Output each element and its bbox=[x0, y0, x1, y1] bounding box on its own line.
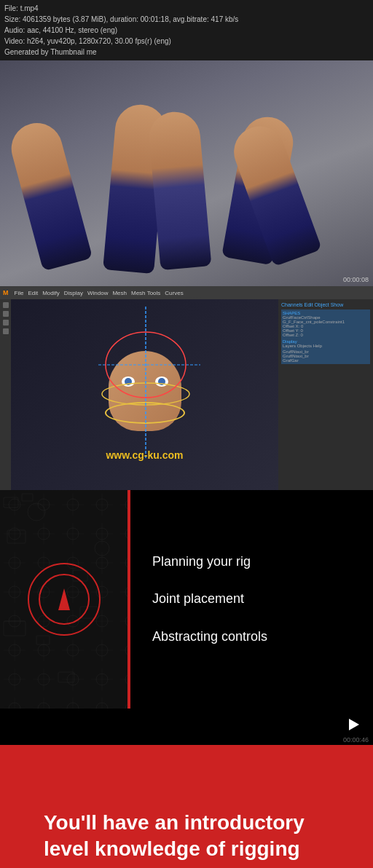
bullet-item-2: Joint placement bbox=[152, 591, 358, 607]
video-corner-label: 00:00:08 bbox=[343, 276, 369, 283]
rig-circle bbox=[105, 402, 185, 424]
top-video-frame: 00:00:08 bbox=[0, 60, 373, 286]
face-eye-left bbox=[122, 376, 135, 387]
face-pupil-right bbox=[158, 378, 165, 385]
maya-menu-mesh: Mesh bbox=[112, 290, 127, 296]
file-line-4: Video: h264, yuv420p, 1280x720, 30.00 fp… bbox=[4, 36, 369, 47]
maya-menu-edit: Edit bbox=[28, 290, 38, 296]
compass-nib bbox=[58, 588, 70, 610]
compass-icon bbox=[28, 563, 101, 636]
play-triangle-icon bbox=[349, 719, 359, 730]
face-eye-right bbox=[155, 376, 168, 387]
bullet-item-3: Abstracting controls bbox=[152, 629, 358, 645]
play-button-1[interactable] bbox=[339, 711, 366, 738]
maya-right-panel: Channels Edit Object Show SHAPES GrufFac… bbox=[278, 299, 373, 490]
character-3 bbox=[147, 110, 211, 270]
panel-dot-1 bbox=[3, 302, 9, 308]
bullet-item-1: Planning your rig bbox=[152, 554, 358, 570]
maya-menu-bar: File Edit Modify Display Window Mesh Mes… bbox=[15, 290, 184, 296]
bullet-left-panel bbox=[0, 490, 127, 709]
maya-menu-curves: Curves bbox=[165, 290, 183, 296]
maya-menu-window: Window bbox=[87, 290, 108, 296]
panel-dot-3 bbox=[3, 320, 9, 326]
characters-area bbox=[0, 60, 373, 286]
maya-left-panel bbox=[0, 299, 11, 490]
maya-face-rig bbox=[101, 344, 189, 446]
bullet-right-panel: Planning your rig Joint placement Abstra… bbox=[130, 490, 373, 709]
bottom-headline: You'll have an introductory level knowle… bbox=[44, 810, 351, 863]
maya-menu-display: Display bbox=[64, 290, 83, 296]
video-controls-bar: 00:00:46 bbox=[0, 709, 373, 745]
maya-menu-mesh-tools: Mesh Tools bbox=[131, 290, 160, 296]
file-line-1: File: t.mp4 bbox=[4, 3, 369, 14]
channels-label: Channels Edit Object Show bbox=[281, 302, 370, 307]
compass-inner-ring bbox=[39, 574, 90, 625]
maya-main-view: www.cg-ku.com bbox=[11, 299, 278, 490]
maya-viewport: www.cg-ku.com Channels Edit Object Show … bbox=[0, 299, 373, 490]
face-pupil-left bbox=[125, 378, 132, 385]
panel-dot-4 bbox=[3, 328, 9, 334]
maya-toolbar: M File Edit Modify Display Window Mesh M… bbox=[0, 286, 373, 299]
file-line-2: Size: 4061359 bytes (3.87 MiB), duration… bbox=[4, 14, 369, 25]
watermark-text: www.cg-ku.com bbox=[106, 449, 183, 461]
bullet-section: Planning your rig Joint placement Abstra… bbox=[0, 490, 373, 709]
file-line-3: Audio: aac, 44100 Hz, stereo (eng) bbox=[4, 25, 369, 36]
timestamp-1: 00:00:46 bbox=[343, 736, 369, 743]
maya-menu-modify: Modify bbox=[42, 290, 60, 296]
panel-dot-2 bbox=[3, 311, 9, 317]
maya-logo: M bbox=[3, 289, 9, 296]
maya-menu-file: File bbox=[15, 290, 24, 296]
compass-outer-ring bbox=[28, 563, 101, 636]
maya-software-section: M File Edit Modify Display Window Mesh M… bbox=[0, 286, 373, 490]
file-line-5: Generated by Thumbnail me bbox=[4, 47, 369, 58]
bottom-red-section: You'll have an introductory level knowle… bbox=[0, 745, 373, 868]
channel-box: SHAPES GrufFaceCtrlShape G_F_Face_cnt_po… bbox=[281, 309, 370, 364]
character-1 bbox=[6, 117, 93, 271]
file-info-bar: File: t.mp4 Size: 4061359 bytes (3.87 Mi… bbox=[0, 0, 373, 60]
